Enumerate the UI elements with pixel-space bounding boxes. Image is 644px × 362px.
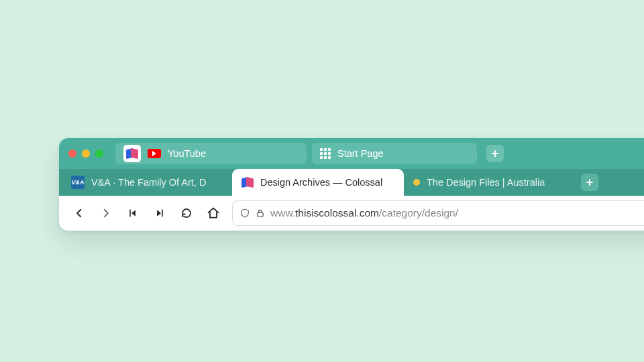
plus-icon: + bbox=[492, 147, 499, 160]
close-window[interactable] bbox=[68, 149, 76, 158]
forward-button[interactable] bbox=[94, 201, 118, 225]
browser-window: YouTube Start Page + V&A V&A · The Famil… bbox=[59, 138, 644, 231]
fastforward-button[interactable] bbox=[148, 201, 172, 225]
lock-icon bbox=[256, 208, 265, 219]
tab-va[interactable]: V&A V&A · The Family Of Art, D bbox=[59, 169, 232, 196]
reload-button[interactable] bbox=[174, 201, 199, 225]
workspace-startpage[interactable]: Start Page bbox=[312, 143, 477, 164]
colossal-icon bbox=[241, 176, 254, 188]
new-workspace-button[interactable]: + bbox=[486, 145, 504, 162]
workspace-youtube[interactable]: YouTube bbox=[115, 143, 307, 164]
tab-title: V&A · The Family Of Art, D bbox=[91, 177, 223, 188]
workspace-label: YouTube bbox=[168, 148, 206, 159]
window-controls bbox=[68, 149, 103, 158]
home-icon bbox=[207, 206, 220, 220]
dot-icon bbox=[413, 179, 420, 186]
reload-icon bbox=[180, 207, 193, 219]
home-button[interactable] bbox=[201, 201, 225, 225]
tab-strip: V&A V&A · The Family Of Art, D Design Ar… bbox=[59, 169, 644, 196]
workspace-label: Start Page bbox=[337, 148, 384, 159]
chevron-left-icon bbox=[73, 207, 85, 219]
chevron-right-icon bbox=[100, 207, 112, 219]
address-bar[interactable]: www.thisiscolossal.com/category/design/ bbox=[232, 200, 644, 226]
new-tab-button[interactable]: + bbox=[581, 174, 598, 191]
minimize-window[interactable] bbox=[82, 149, 90, 158]
rewind-button[interactable] bbox=[121, 201, 145, 225]
zoom-window[interactable] bbox=[95, 149, 103, 158]
youtube-icon bbox=[148, 149, 161, 158]
workspace-bar: YouTube Start Page + bbox=[59, 138, 644, 169]
tab-title: The Design Files | Australia bbox=[427, 177, 568, 188]
shield-icon bbox=[239, 207, 250, 219]
skip-back-icon bbox=[127, 208, 138, 219]
url-text: www.thisiscolossal.com/category/design/ bbox=[270, 207, 458, 219]
grid-icon bbox=[320, 148, 331, 159]
tab-designfiles[interactable]: The Design Files | Australia bbox=[404, 169, 577, 196]
tab-colossal-active[interactable]: Design Archives — Colossal bbox=[232, 169, 404, 196]
skip-forward-icon bbox=[154, 208, 165, 219]
plus-icon: + bbox=[586, 176, 594, 188]
svg-rect-0 bbox=[258, 213, 263, 217]
colossal-icon bbox=[123, 145, 141, 162]
va-icon: V&A bbox=[71, 176, 85, 189]
back-button[interactable] bbox=[67, 201, 91, 225]
tab-title: Design Archives — Colossal bbox=[260, 177, 394, 188]
navigation-bar: www.thisiscolossal.com/category/design/ bbox=[59, 196, 644, 231]
